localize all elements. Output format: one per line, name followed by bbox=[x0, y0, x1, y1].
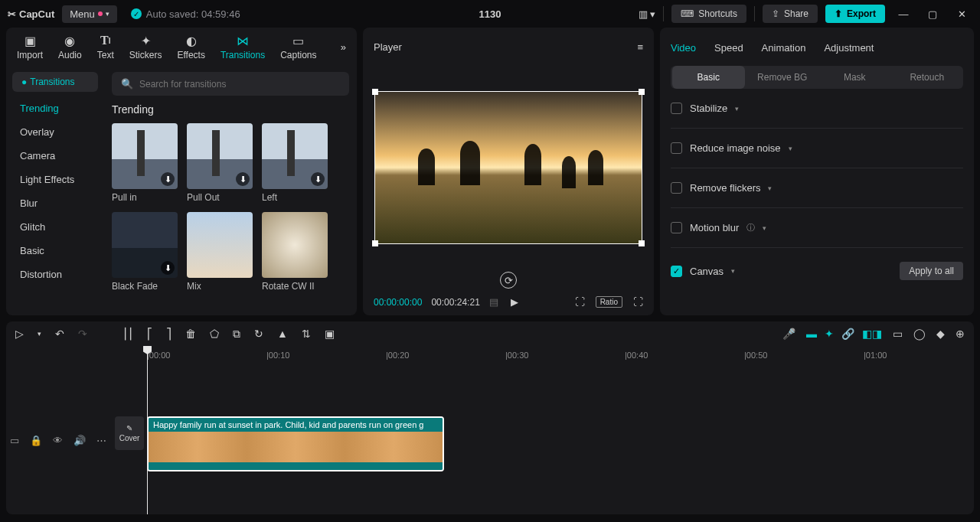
preview-icon[interactable]: ▭ bbox=[893, 328, 903, 340]
pointer-tool-icon[interactable]: ▷ bbox=[15, 328, 24, 340]
align-icon[interactable]: ◧◨ bbox=[862, 328, 882, 340]
cat-trending[interactable]: Trending bbox=[12, 96, 98, 120]
prop-canvas[interactable]: ✓ Canvas ▾ Apply to all bbox=[671, 248, 963, 294]
preview-frame[interactable] bbox=[374, 91, 642, 244]
split-icon[interactable]: ⎮⎮ bbox=[122, 328, 133, 340]
cat-basic[interactable]: Basic bbox=[12, 239, 98, 263]
timeline-body[interactable]: |00:00 |00:10 |00:20 |00:30 |00:40 |00:5… bbox=[6, 346, 974, 514]
download-icon[interactable]: ⬇ bbox=[236, 172, 250, 186]
mirror-icon[interactable]: ▲ bbox=[277, 328, 288, 340]
checkbox-canvas[interactable]: ✓ bbox=[671, 266, 682, 277]
thumb-pull-out[interactable]: ⬇Pull Out bbox=[187, 123, 253, 203]
tab-import[interactable]: ▣Import bbox=[17, 33, 43, 60]
download-icon[interactable]: ⬇ bbox=[161, 172, 175, 186]
caret-icon[interactable]: ▾ bbox=[763, 224, 766, 232]
thumb-black-fade[interactable]: ⬇Black Fade bbox=[112, 212, 178, 292]
props-tab-adjustment[interactable]: Adjustment bbox=[824, 42, 874, 54]
trim-left-icon[interactable]: ⎡ bbox=[147, 328, 152, 340]
prop-noise[interactable]: Reduce image noise ▾ bbox=[671, 129, 963, 168]
share-button[interactable]: ⇪ Share bbox=[763, 5, 818, 23]
tab-stickers[interactable]: ✦Stickers bbox=[129, 33, 162, 60]
visibility-icon[interactable]: 👁 bbox=[53, 435, 63, 446]
tab-text[interactable]: TIText bbox=[97, 33, 114, 60]
mark-icon[interactable]: ⬠ bbox=[210, 328, 219, 340]
fullscreen-icon[interactable]: ⛶ bbox=[633, 296, 643, 308]
flip-icon[interactable]: ⇅ bbox=[302, 328, 311, 340]
lock-icon[interactable]: 🔒 bbox=[30, 435, 42, 446]
video-clip[interactable]: Happy family run at sunset in park. Chil… bbox=[147, 416, 444, 471]
cat-overlay[interactable]: Overlay bbox=[12, 120, 98, 144]
play-button[interactable]: ▶ bbox=[511, 296, 518, 308]
track-more-icon[interactable]: ⋯ bbox=[96, 435, 106, 446]
layout-icon[interactable]: ▥ ▾ bbox=[639, 8, 656, 20]
handle-bl[interactable] bbox=[372, 240, 378, 246]
prop-flicker[interactable]: Remove flickers ▾ bbox=[671, 168, 963, 208]
prop-stabilize[interactable]: Stabilize ▾ bbox=[671, 89, 963, 129]
zoom-slider-icon[interactable]: ◆ bbox=[936, 328, 945, 340]
caret-icon[interactable]: ▾ bbox=[789, 145, 792, 152]
tab-captions[interactable]: ▭Captions bbox=[280, 33, 316, 60]
apply-to-all-button[interactable]: Apply to all bbox=[900, 262, 963, 280]
maximize-button[interactable]: ▢ bbox=[922, 3, 943, 24]
subtab-mask[interactable]: Mask bbox=[818, 66, 891, 89]
handle-tl[interactable] bbox=[372, 89, 378, 95]
info-icon[interactable]: ⓘ bbox=[746, 222, 755, 233]
download-icon[interactable]: ⬇ bbox=[161, 261, 175, 275]
export-button[interactable]: ⬆ Export bbox=[825, 5, 885, 23]
checkbox-noise[interactable] bbox=[671, 142, 682, 154]
mic-icon[interactable]: 🎤 bbox=[782, 328, 795, 340]
minimize-button[interactable]: — bbox=[893, 3, 914, 24]
download-icon[interactable]: ⬇ bbox=[311, 172, 325, 186]
tab-audio[interactable]: ◉Audio bbox=[58, 33, 82, 60]
undo-icon[interactable]: ↶ bbox=[55, 328, 64, 340]
cover-button[interactable]: ✎ Cover bbox=[115, 416, 144, 450]
prop-motionblur[interactable]: Motion blur ⓘ ▾ bbox=[671, 208, 963, 248]
shortcuts-button[interactable]: ⌨ Shortcuts bbox=[671, 5, 746, 23]
caret-icon[interactable]: ▾ bbox=[735, 105, 739, 113]
cat-distortion[interactable]: Distortion bbox=[12, 263, 98, 286]
handle-br[interactable] bbox=[639, 240, 645, 246]
props-tab-speed[interactable]: Speed bbox=[714, 42, 743, 54]
caret-icon[interactable]: ▾ bbox=[768, 184, 772, 192]
mute-icon[interactable]: 🔊 bbox=[74, 435, 86, 446]
props-tab-animation[interactable]: Animation bbox=[762, 42, 806, 54]
search-input[interactable] bbox=[139, 79, 340, 90]
duplicate-icon[interactable]: ⧉ bbox=[233, 328, 240, 341]
preview-area[interactable] bbox=[374, 58, 643, 269]
props-tab-video[interactable]: Video bbox=[671, 42, 696, 54]
cat-camera[interactable]: Camera bbox=[12, 144, 98, 168]
playhead[interactable] bbox=[147, 346, 148, 514]
tab-effects[interactable]: ◐Effects bbox=[177, 33, 204, 60]
thumb-rotate[interactable]: Rotate CW II bbox=[262, 212, 328, 292]
zoom-in-icon[interactable]: ⊕ bbox=[956, 328, 965, 340]
dropdown-icon[interactable]: ▾ bbox=[38, 330, 41, 338]
subtab-basic[interactable]: Basic bbox=[672, 66, 745, 89]
subtab-retouch[interactable]: Retouch bbox=[891, 66, 964, 89]
checkbox-flicker[interactable] bbox=[671, 182, 682, 194]
focus-icon[interactable]: ⛶ bbox=[575, 296, 585, 308]
trim-right-icon[interactable]: ⎤ bbox=[166, 328, 172, 340]
more-tabs-icon[interactable]: » bbox=[341, 41, 346, 53]
link-icon[interactable]: 🔗 bbox=[841, 328, 854, 340]
section-pill[interactable]: ● Transitions bbox=[12, 72, 98, 92]
thumb-pull-in[interactable]: ⬇Pull in bbox=[112, 123, 178, 203]
tab-transitions[interactable]: ⋈Transitions bbox=[220, 33, 265, 60]
cat-light[interactable]: Light Effects bbox=[12, 168, 98, 191]
delete-icon[interactable]: 🗑 bbox=[185, 328, 196, 340]
cat-glitch[interactable]: Glitch bbox=[12, 215, 98, 239]
rotate-icon[interactable]: ↻ bbox=[254, 328, 263, 340]
track-collapse-icon[interactable]: ▭ bbox=[10, 435, 19, 446]
player-menu-icon[interactable]: ≡ bbox=[637, 41, 643, 53]
magnet-on-icon[interactable]: ▬ bbox=[806, 328, 817, 340]
checkbox-stabilize[interactable] bbox=[671, 103, 682, 114]
track-height-icon[interactable]: ◯ bbox=[913, 328, 926, 340]
menu-button[interactable]: Menu ▾ bbox=[62, 5, 117, 23]
sync-icon[interactable]: ⟳ bbox=[500, 272, 517, 289]
thumb-left[interactable]: ⬇Left bbox=[262, 123, 328, 203]
ratio-button[interactable]: Ratio bbox=[596, 296, 622, 308]
cat-blur[interactable]: Blur bbox=[12, 191, 98, 215]
snap-icon[interactable]: ✦ bbox=[825, 328, 834, 340]
checkbox-motionblur[interactable] bbox=[671, 222, 682, 233]
handle-tr[interactable] bbox=[639, 89, 645, 95]
close-button[interactable]: ✕ bbox=[951, 3, 972, 24]
